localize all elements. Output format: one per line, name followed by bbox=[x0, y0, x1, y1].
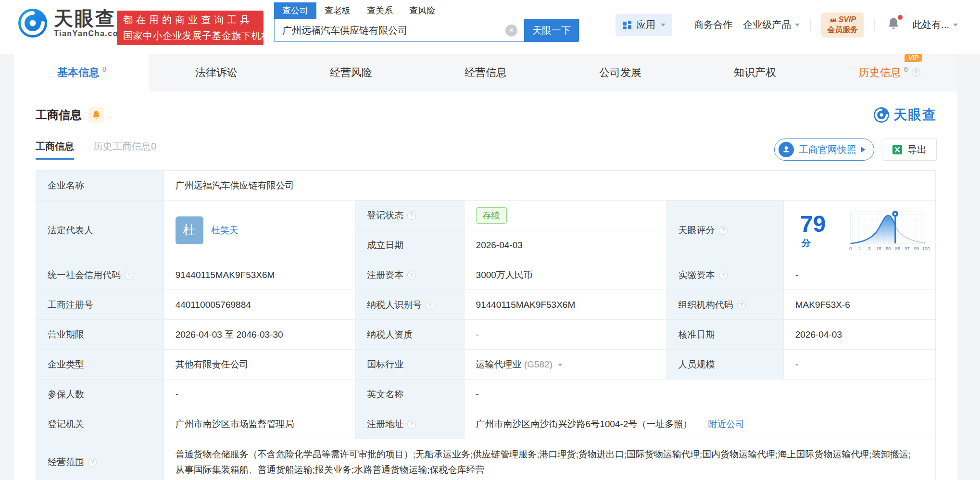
apps-menu[interactable]: 应用 bbox=[616, 14, 672, 36]
excel-icon bbox=[892, 144, 903, 155]
table-row: 企业名称 广州远福汽车供应链有限公司 bbox=[36, 171, 936, 201]
tab-basic-info[interactable]: 基本信息 8 bbox=[14, 54, 149, 91]
tab-operation-info[interactable]: 经营信息 bbox=[418, 54, 553, 91]
user-account-menu[interactable]: 此处有... bbox=[912, 18, 958, 31]
help-icon[interactable] bbox=[912, 68, 920, 77]
help-icon[interactable] bbox=[737, 301, 746, 309]
help-icon[interactable] bbox=[426, 301, 434, 309]
subscribe-bell-button[interactable] bbox=[88, 107, 104, 123]
tab-legal-litigation[interactable]: 法律诉讼 bbox=[149, 54, 284, 91]
notification-dot bbox=[898, 15, 903, 20]
search-input[interactable] bbox=[274, 19, 524, 42]
apps-label: 应用 bbox=[636, 18, 655, 31]
field-label: 纳税人识别号 bbox=[355, 290, 464, 320]
field-label: 经营范围 bbox=[36, 439, 164, 480]
notifications-bell[interactable] bbox=[885, 17, 902, 33]
tianyan-score-cell[interactable]: 79分 bbox=[783, 201, 935, 260]
subtab-history-business-info[interactable]: 历史工商信息0 bbox=[93, 140, 156, 160]
taxpayer-quality-value: - bbox=[464, 320, 666, 350]
english-name-value: - bbox=[464, 379, 935, 409]
tab-company-development[interactable]: 公司发展 bbox=[553, 54, 688, 91]
field-label: 成立日期 bbox=[355, 230, 464, 260]
tab-operation-risk[interactable]: 经营风险 bbox=[284, 54, 418, 91]
svg-text:85: 85 bbox=[895, 245, 900, 251]
help-icon[interactable] bbox=[407, 271, 416, 279]
search-tab-boss[interactable]: 查老板 bbox=[316, 2, 359, 19]
nav-enterprise-products[interactable]: 企业级产品 bbox=[743, 18, 800, 31]
svg-text:3: 3 bbox=[868, 245, 870, 251]
search-button[interactable]: 天眼一下 bbox=[524, 19, 579, 42]
table-row: 营业期限 2026-04-03 至 2046-03-30 纳税人资质 - 核准日… bbox=[36, 320, 936, 350]
chevron-down-icon bbox=[795, 24, 800, 26]
search-tab-company[interactable]: 查公司 bbox=[274, 2, 316, 19]
svg-text:99: 99 bbox=[914, 245, 919, 251]
vip-badge: VIP bbox=[905, 54, 922, 62]
field-label: 法定代表人 bbox=[36, 201, 164, 260]
arrow-right-icon bbox=[861, 147, 865, 152]
chevron-down-icon bbox=[661, 24, 666, 26]
field-label: 注册地址 bbox=[355, 409, 464, 439]
tianyancha-swirl-icon bbox=[17, 8, 48, 38]
field-label: 企业名称 bbox=[36, 171, 164, 201]
status-badge: 存续 bbox=[476, 207, 507, 224]
clear-search-icon[interactable] bbox=[505, 25, 517, 37]
svip-member-button[interactable]: SVIP 会员服务 bbox=[821, 13, 864, 38]
reg-capital-value: 3000万人民币 bbox=[464, 260, 666, 290]
paid-capital-value: - bbox=[783, 260, 935, 290]
brand-domain: TianYanCha.com bbox=[54, 29, 126, 38]
reg-authority-value: 广州市南沙区市场监督管理局 bbox=[163, 409, 355, 439]
page-background: 基本信息 8 法律诉讼 经营风险 经营信息 公司发展 知识产权 VIP 历史信息… bbox=[0, 54, 980, 480]
help-icon[interactable] bbox=[125, 271, 133, 279]
company-name-value: 广州远福汽车供应链有限公司 bbox=[163, 171, 935, 201]
reg-status-value: 存续 bbox=[464, 201, 666, 230]
divider bbox=[874, 19, 875, 31]
top-header: 天眼查 TianYanCha.com 都在用的商业查询工具 国家中小企业发展子基… bbox=[0, 0, 980, 46]
chevron-down-icon[interactable] bbox=[558, 364, 563, 366]
divider bbox=[683, 19, 683, 31]
search-tab-risk[interactable]: 查风险 bbox=[401, 2, 443, 19]
chevron-down-icon bbox=[953, 24, 958, 26]
promo-line2: 国家中小企业发展子基金旗下机构 bbox=[123, 29, 257, 42]
svg-text:15: 15 bbox=[876, 245, 881, 251]
field-label: 纳税人资质 bbox=[355, 320, 464, 350]
legal-rep-link[interactable]: 杜笑天 bbox=[211, 224, 239, 237]
help-icon[interactable] bbox=[407, 211, 416, 220]
header-nav: 应用 商务合作 企业级产品 SVIP 会员服务 bbox=[616, 13, 958, 38]
avatar[interactable]: 杜 bbox=[176, 216, 203, 244]
stamp-icon bbox=[779, 142, 794, 157]
tab-intellectual-property[interactable]: 知识产权 bbox=[688, 54, 822, 91]
help-icon[interactable] bbox=[719, 226, 728, 235]
insured-count-value: - bbox=[163, 379, 355, 409]
field-label: 注册资本 bbox=[355, 260, 464, 290]
business-info-table: 企业名称 广州远福汽车供应链有限公司 法定代表人 杜 杜笑天 登记状态 存续 bbox=[36, 170, 936, 480]
site-logo[interactable]: 天眼查 TianYanCha.com bbox=[17, 8, 126, 38]
field-label: 国标行业 bbox=[355, 350, 464, 379]
field-label: 企业类型 bbox=[36, 350, 164, 379]
search-tab-relation[interactable]: 查关系 bbox=[359, 2, 401, 19]
field-label: 登记机关 bbox=[36, 409, 164, 439]
staff-size-value: - bbox=[783, 350, 935, 379]
help-icon[interactable] bbox=[719, 271, 728, 279]
help-icon[interactable] bbox=[407, 420, 416, 429]
svg-text:100: 100 bbox=[922, 245, 930, 251]
nav-business-cooperation[interactable]: 商务合作 bbox=[694, 18, 732, 31]
main-tab-bar: 基本信息 8 法律诉讼 经营风险 经营信息 公司发展 知识产权 VIP 历史信息… bbox=[14, 54, 957, 91]
tab-history-info[interactable]: VIP 历史信息 6 bbox=[822, 54, 957, 91]
tab-count: 6 bbox=[904, 65, 908, 73]
official-snapshot-button[interactable]: 工商官网快照 bbox=[774, 139, 874, 161]
subtab-business-info[interactable]: 工商信息 bbox=[36, 140, 74, 160]
table-row: 参保人数 - 英文名称 - bbox=[36, 379, 936, 409]
reg-number-value: 440110005769884 bbox=[163, 290, 355, 320]
help-icon[interactable] bbox=[88, 458, 97, 467]
export-button[interactable]: 导出 bbox=[882, 139, 937, 161]
table-row: 法定代表人 杜 杜笑天 登记状态 存续 天眼评分 bbox=[36, 201, 936, 230]
field-label: 组织机构代码 bbox=[666, 290, 783, 320]
taxpayer-id-value: 91440115MAK9F53X6M bbox=[464, 290, 666, 320]
promo-banner: 都在用的商业查询工具 国家中小企业发展子基金旗下机构 bbox=[117, 11, 264, 45]
legal-rep-cell: 杜 杜笑天 bbox=[163, 201, 355, 260]
svg-text:50: 50 bbox=[885, 245, 891, 251]
tianyancha-swirl-icon bbox=[873, 107, 890, 123]
nearby-companies-link[interactable]: 附近公司 bbox=[708, 419, 745, 429]
field-label: 实缴资本 bbox=[666, 260, 783, 290]
crown-icon bbox=[829, 16, 837, 23]
